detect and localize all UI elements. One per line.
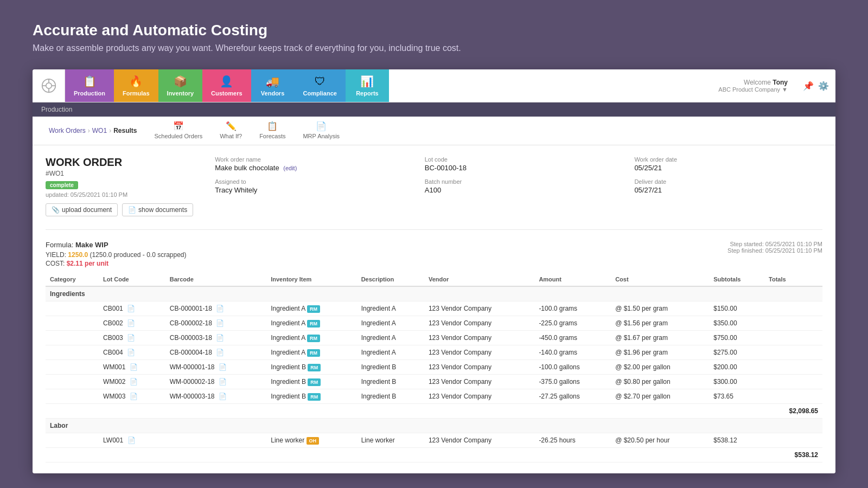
table-row: CB002 📄 CB-000002-18 📄 Ingredient A RM I… [46, 316, 822, 331]
divider [46, 229, 822, 230]
ingredients-table: Category Lot Code Barcode Inventory Item… [46, 273, 822, 463]
sub-nav-what-if[interactable]: ✏️ What If? [212, 117, 250, 145]
wo-id: #WO1 [46, 170, 193, 177]
breadcrumb-wo1[interactable]: WO1 [92, 127, 107, 134]
table-header-row: Category Lot Code Barcode Inventory Item… [46, 273, 822, 286]
reports-icon: 📊 [360, 75, 374, 88]
table-row: CB004 📄 CB-000004-18 📄 Ingredient A RM I… [46, 345, 822, 360]
app-window: 📋 Production 🔥 Formulas 📦 Inventory 👤 Cu… [33, 69, 835, 473]
forecasts-icon: 📋 [267, 121, 278, 131]
main-content: WORK ORDER #WO1 complete updated: 05/25/… [33, 145, 835, 473]
assigned-value: Tracy Whitely [215, 186, 392, 194]
nav-item-compliance[interactable]: 🛡 Compliance [295, 69, 346, 102]
col-vendor: Vendor [424, 273, 534, 286]
nav-actions: 📌 ⚙️ [796, 69, 835, 102]
nav-label-inventory: Inventory [167, 90, 194, 97]
formula-cost: COST: $2.11 per unit [46, 260, 187, 267]
nav-label-customers: Customers [211, 90, 242, 97]
page-header: Accurate and Automatic Costing Make or a… [33, 22, 835, 53]
wo-name-group: Work order name Make bulk chocolate (edi… [215, 156, 403, 221]
breadcrumb-trail: Work Orders › WO1 › Results [41, 123, 145, 139]
breadcrumb-bar: Production [33, 102, 835, 117]
wo-actions: 📎 upload document 📄 show documents [46, 203, 193, 216]
nav-logo[interactable] [33, 69, 65, 102]
forecasts-label: Forecasts [259, 133, 285, 139]
wo-title: WORK ORDER [46, 156, 193, 169]
col-totals: Totals [764, 273, 822, 286]
nav-user: Welcome Tony ABC Product Company ▼ [710, 69, 796, 102]
wo-dates-group: Work order date 05/25/21 Deliver date 05… [634, 156, 822, 221]
sub-nav-forecasts[interactable]: 📋 Forecasts [252, 117, 293, 145]
col-category: Category [46, 273, 99, 286]
formula-section: Formula: Make WIP YIELD: 1250.0 (1250.0 … [46, 241, 822, 463]
wo-name-value: Make bulk chocolate (edit) [215, 164, 392, 172]
deliver-value: 05/27/21 [634, 186, 812, 194]
cost-value: $2.11 per unit [67, 260, 108, 267]
date-label: Work order date [634, 156, 812, 163]
subtotal-row: $2,098.65 [46, 404, 822, 419]
sub-nav-scheduled-orders[interactable]: 📅 Scheduled Orders [147, 117, 210, 145]
customers-icon: 👤 [220, 75, 233, 88]
deliver-label: Deliver date [634, 178, 812, 185]
page-subtitle: Make or assemble products any way you wa… [33, 43, 835, 53]
show-docs-icon: 📄 [128, 206, 136, 214]
wo-updated: updated: 05/25/2021 01:10 PM [46, 191, 193, 198]
breadcrumb-results: Results [113, 127, 137, 134]
company-text: ABC Product Company ▼ [718, 86, 788, 93]
work-order-header: WORK ORDER #WO1 complete updated: 05/25/… [46, 156, 822, 221]
svg-point-1 [46, 83, 52, 89]
step-started: Step started: 05/25/2021 01:10 PM [727, 241, 822, 247]
step-finished: Step finished: 05/25/2021 01:10 PM [727, 247, 822, 254]
formula-yield: YIELD: 1250.0 (1250.0 produced - 0.0 scr… [46, 251, 187, 259]
scheduled-orders-icon: 📅 [173, 121, 184, 131]
batch-value: A100 [425, 186, 602, 194]
nav-label-formulas: Formulas [123, 90, 150, 97]
show-documents-button[interactable]: 📄 show documents [122, 203, 193, 216]
status-badge: complete [46, 181, 78, 189]
page-title: Accurate and Automatic Costing [33, 22, 835, 39]
sub-nav: Work Orders › WO1 › Results 📅 Scheduled … [33, 117, 835, 145]
table-row: WM002 📄 WM-000002-18 📄 Ingredient B RM I… [46, 375, 822, 389]
yield-value: 1250.0 [68, 251, 88, 259]
table-row: WM001 📄 WM-000001-18 📄 Ingredient B RM I… [46, 360, 822, 375]
date-value: 05/25/21 [634, 164, 812, 172]
table-row: LW001 📄 Line worker OH Line worker 123 V… [46, 433, 822, 448]
mrp-icon: 📄 [316, 121, 327, 131]
breadcrumb-work-orders[interactable]: Work Orders [49, 127, 86, 134]
nav-item-reports[interactable]: 📊 Reports [346, 69, 389, 102]
formula-title: Formula: Make WIP [46, 241, 187, 249]
username-text: Tony [773, 79, 788, 86]
subtotal-row: $538.12 [46, 448, 822, 463]
nav-items: 📋 Production 🔥 Formulas 📦 Inventory 👤 Cu… [65, 69, 710, 102]
inventory-icon: 📦 [174, 75, 187, 88]
what-if-icon: ✏️ [226, 121, 237, 131]
nav-item-inventory[interactable]: 📦 Inventory [158, 69, 203, 102]
nav-label-production: Production [74, 90, 105, 97]
nav-item-customers[interactable]: 👤 Customers [202, 69, 251, 102]
col-inventory-item: Inventory Item [266, 273, 356, 286]
top-nav: 📋 Production 🔥 Formulas 📦 Inventory 👤 Cu… [33, 69, 835, 102]
vendors-icon: 🚚 [266, 75, 279, 88]
formula-left: Formula: Make WIP YIELD: 1250.0 (1250.0 … [46, 241, 187, 268]
table-row: WM003 📄 WM-000003-18 📄 Ingredient B RM I… [46, 389, 822, 404]
mrp-label: MRP Analysis [303, 133, 340, 139]
nav-label-reports: Reports [356, 90, 379, 97]
nav-label-compliance: Compliance [303, 90, 337, 97]
nav-item-formulas[interactable]: 🔥 Formulas [114, 69, 158, 102]
nav-item-production[interactable]: 📋 Production [65, 69, 114, 102]
wo-name-label: Work order name [215, 156, 392, 163]
upload-document-button[interactable]: 📎 upload document [46, 203, 118, 216]
formula-name: Make WIP [75, 241, 108, 249]
settings-icon[interactable]: ⚙️ [818, 81, 829, 91]
col-lot-code: Lot Code [99, 273, 165, 286]
batch-label: Batch number [425, 178, 602, 185]
sub-nav-mrp-analysis[interactable]: 📄 MRP Analysis [295, 117, 347, 145]
wo-left: WORK ORDER #WO1 complete updated: 05/25/… [46, 156, 193, 221]
section-header-row: Labor [46, 419, 822, 433]
scheduled-orders-label: Scheduled Orders [155, 133, 203, 139]
nav-item-vendors[interactable]: 🚚 Vendors [251, 69, 295, 102]
edit-link[interactable]: (edit) [283, 165, 297, 171]
assigned-label: Assigned to [215, 178, 392, 185]
pin-icon[interactable]: 📌 [803, 81, 814, 91]
table-row: CB001 📄 CB-000001-18 📄 Ingredient A RM I… [46, 301, 822, 316]
